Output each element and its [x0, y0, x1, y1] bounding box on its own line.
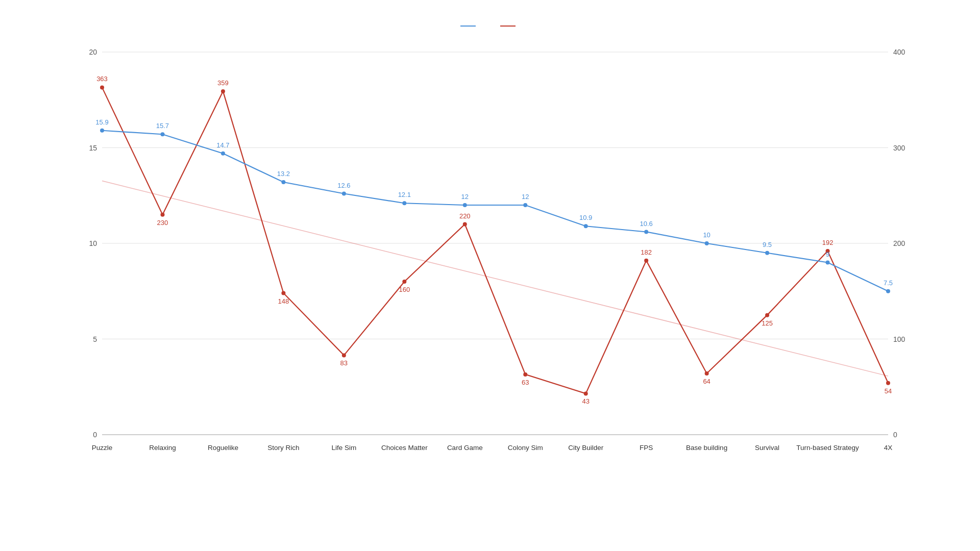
svg-text:10.6: 10.6: [640, 220, 652, 228]
svg-point-47: [584, 391, 588, 395]
svg-text:Choices Matter: Choices Matter: [381, 444, 428, 452]
svg-text:14.7: 14.7: [216, 141, 229, 149]
svg-text:15.9: 15.9: [95, 118, 108, 126]
svg-text:Base building: Base building: [686, 444, 727, 452]
svg-text:12: 12: [461, 193, 469, 201]
svg-text:7.5: 7.5: [884, 279, 893, 287]
svg-text:182: 182: [641, 248, 652, 256]
svg-text:20: 20: [89, 48, 97, 56]
svg-text:125: 125: [762, 319, 773, 327]
svg-text:Card Game: Card Game: [447, 444, 483, 452]
svg-text:15: 15: [89, 144, 97, 152]
svg-point-61: [160, 132, 164, 136]
svg-point-59: [100, 129, 104, 133]
svg-point-37: [281, 291, 285, 295]
svg-line-30: [102, 181, 888, 377]
svg-text:5: 5: [93, 335, 97, 343]
svg-text:Life Sim: Life Sim: [331, 444, 356, 452]
svg-text:9.5: 9.5: [763, 241, 772, 248]
svg-point-67: [342, 192, 346, 196]
legend-y1: [460, 26, 480, 27]
svg-text:Survival: Survival: [755, 444, 779, 452]
svg-point-81: [765, 251, 769, 255]
svg-text:200: 200: [893, 239, 905, 247]
svg-text:43: 43: [582, 397, 589, 405]
svg-text:220: 220: [459, 212, 471, 220]
svg-point-83: [826, 261, 830, 265]
svg-point-33: [160, 213, 164, 217]
svg-text:4X: 4X: [884, 444, 893, 452]
legend: [31, 26, 949, 27]
svg-text:0: 0: [893, 431, 897, 439]
svg-text:9: 9: [826, 251, 829, 258]
svg-text:12.1: 12.1: [398, 191, 411, 198]
svg-text:359: 359: [217, 79, 229, 87]
svg-text:64: 64: [703, 378, 710, 385]
svg-text:FPS: FPS: [640, 444, 653, 452]
chart-container: 051015200100200300400PuzzleRelaxingRogue…: [31, 26, 949, 525]
svg-point-49: [644, 259, 648, 263]
legend-y2: [500, 26, 520, 27]
svg-point-57: [886, 381, 890, 385]
svg-text:0: 0: [93, 431, 97, 439]
svg-point-51: [705, 371, 709, 375]
svg-text:63: 63: [522, 379, 529, 386]
svg-text:Puzzle: Puzzle: [92, 444, 113, 452]
svg-text:Turn-based Strategy: Turn-based Strategy: [796, 444, 859, 452]
svg-point-69: [402, 201, 406, 205]
svg-text:400: 400: [893, 48, 905, 56]
svg-text:15.7: 15.7: [156, 122, 169, 130]
svg-point-43: [463, 222, 467, 227]
svg-text:10.9: 10.9: [579, 214, 592, 221]
svg-text:10: 10: [703, 231, 710, 239]
svg-text:160: 160: [399, 286, 410, 293]
svg-text:300: 300: [893, 144, 905, 152]
svg-point-79: [705, 241, 709, 245]
svg-text:Relaxing: Relaxing: [149, 444, 176, 452]
svg-text:192: 192: [822, 239, 834, 246]
svg-text:54: 54: [885, 387, 892, 395]
legend-y1-line: [460, 26, 476, 27]
svg-point-65: [281, 180, 285, 184]
svg-point-35: [221, 89, 225, 93]
svg-text:City Builder: City Builder: [568, 444, 604, 452]
svg-point-75: [584, 224, 588, 228]
svg-text:Roguelike: Roguelike: [208, 444, 238, 452]
svg-point-85: [886, 289, 890, 293]
svg-text:10: 10: [89, 239, 97, 247]
legend-y2-line: [500, 26, 516, 27]
svg-text:100: 100: [893, 335, 905, 343]
svg-text:Story Rich: Story Rich: [267, 444, 299, 452]
svg-text:230: 230: [157, 219, 168, 227]
svg-text:363: 363: [96, 75, 108, 83]
svg-point-73: [523, 203, 527, 207]
svg-text:83: 83: [340, 359, 348, 367]
svg-text:12: 12: [522, 193, 529, 201]
svg-text:148: 148: [278, 297, 289, 305]
svg-text:13.2: 13.2: [277, 170, 290, 178]
svg-point-53: [765, 313, 769, 317]
svg-point-41: [402, 280, 406, 284]
svg-point-45: [523, 372, 527, 377]
svg-point-71: [463, 203, 467, 207]
svg-text:12.6: 12.6: [337, 182, 350, 189]
svg-point-31: [100, 85, 104, 89]
chart-svg: 051015200100200300400PuzzleRelaxingRogue…: [71, 37, 919, 475]
svg-point-77: [644, 230, 648, 234]
svg-point-63: [221, 152, 225, 156]
svg-text:Colony Sim: Colony Sim: [508, 444, 543, 452]
chart-area: 051015200100200300400PuzzleRelaxingRogue…: [71, 37, 919, 475]
svg-point-39: [342, 353, 346, 357]
